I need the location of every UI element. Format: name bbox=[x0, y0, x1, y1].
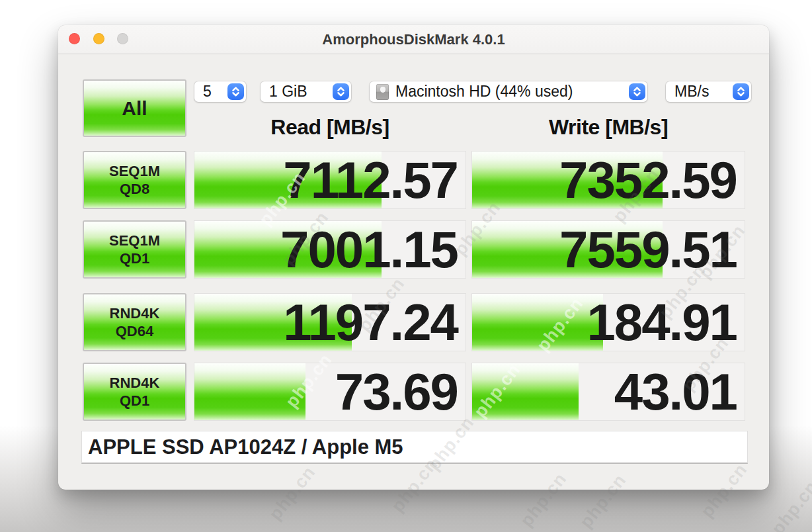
test-button-seq1m-qd1[interactable]: SEQ1M QD1 bbox=[83, 220, 186, 279]
watermark-text: php.cn bbox=[768, 477, 812, 532]
write-result-cell: 7559.51 bbox=[471, 220, 745, 279]
test-button-rnd4k-qd64[interactable]: RND4K QD64 bbox=[83, 293, 186, 351]
device-info-field[interactable]: APPLE SSD AP1024Z / Apple M5 bbox=[81, 431, 748, 464]
read-result-cell: 7001.15 bbox=[194, 220, 466, 279]
queue-depth: QD8 bbox=[120, 180, 149, 198]
desktop-background: AmorphousDiskMark 4.0.1 All 5 1 GiB Maci… bbox=[0, 0, 812, 532]
read-result-cell: 7112.57 bbox=[194, 151, 466, 209]
unit-value: MB/s bbox=[666, 83, 709, 101]
queue-depth: QD1 bbox=[120, 392, 149, 410]
trial-count-value: 5 bbox=[194, 83, 212, 101]
test-size-popup[interactable]: 1 GiB bbox=[261, 81, 351, 102]
write-result-cell: 7352.59 bbox=[471, 151, 745, 209]
read-value: 1197.24 bbox=[283, 294, 458, 351]
queue-depth: QD1 bbox=[120, 249, 149, 267]
write-value: 43.01 bbox=[614, 363, 737, 421]
test-name: RND4K bbox=[110, 304, 160, 322]
test-name: RND4K bbox=[110, 374, 160, 392]
result-bar bbox=[194, 363, 305, 420]
queue-depth: QD64 bbox=[116, 322, 153, 340]
test-size-value: 1 GiB bbox=[261, 83, 307, 101]
stepper-icon bbox=[733, 83, 749, 100]
write-column-header: Write [MB/s] bbox=[471, 114, 745, 140]
titlebar[interactable]: AmorphousDiskMark 4.0.1 bbox=[58, 25, 769, 54]
test-button-seq1m-qd8[interactable]: SEQ1M QD8 bbox=[83, 151, 186, 209]
read-result-cell: 73.69 bbox=[194, 363, 466, 421]
target-volume-popup[interactable]: Macintosh HD (44% used) bbox=[370, 81, 647, 102]
trial-count-popup[interactable]: 5 bbox=[194, 81, 246, 102]
read-value: 73.69 bbox=[335, 363, 458, 421]
read-result-cell: 1197.24 bbox=[194, 293, 466, 351]
stepper-icon bbox=[629, 83, 645, 100]
read-value: 7001.15 bbox=[280, 221, 458, 279]
disk-icon bbox=[376, 84, 389, 100]
test-button-rnd4k-qd1[interactable]: RND4K QD1 bbox=[83, 363, 186, 421]
window-title: AmorphousDiskMark 4.0.1 bbox=[58, 25, 769, 54]
unit-popup[interactable]: MB/s bbox=[666, 81, 751, 102]
app-window: AmorphousDiskMark 4.0.1 All 5 1 GiB Maci… bbox=[58, 25, 769, 490]
stepper-icon bbox=[333, 83, 349, 100]
test-name: SEQ1M bbox=[109, 232, 160, 249]
read-value: 7112.57 bbox=[283, 152, 458, 209]
test-name: SEQ1M bbox=[109, 162, 160, 180]
write-result-cell: 43.01 bbox=[471, 363, 745, 421]
write-value: 7559.51 bbox=[559, 221, 737, 279]
target-volume-value: Macintosh HD (44% used) bbox=[390, 83, 573, 101]
write-value: 184.91 bbox=[587, 294, 737, 351]
all-test-button[interactable]: All bbox=[83, 79, 186, 137]
write-value: 7352.59 bbox=[559, 152, 737, 209]
result-bar bbox=[472, 363, 579, 420]
stepper-icon bbox=[227, 83, 244, 100]
write-result-cell: 184.91 bbox=[471, 293, 745, 351]
result-bar bbox=[472, 294, 603, 351]
read-column-header: Read [MB/s] bbox=[194, 114, 466, 140]
